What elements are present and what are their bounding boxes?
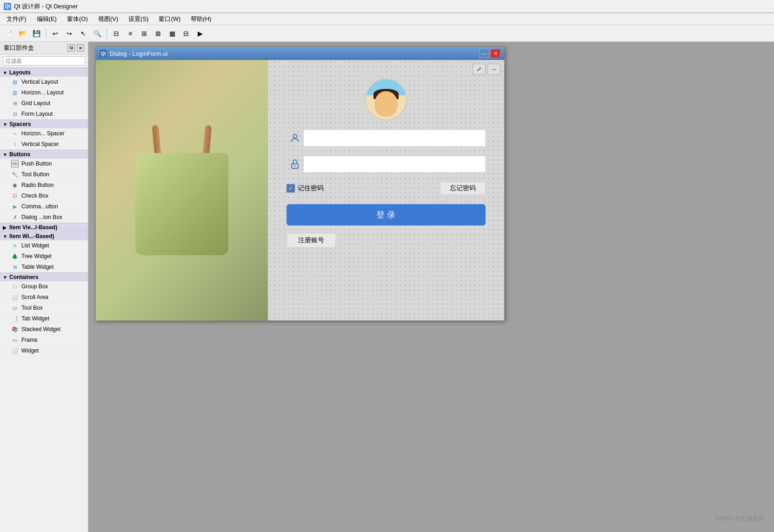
login-button[interactable]: 登 录 xyxy=(287,204,486,226)
widget-radio-button[interactable]: ◉ Radio Button xyxy=(0,180,88,191)
category-itemview-arrow: ▶ xyxy=(3,225,7,230)
widget-vertical-spacer[interactable]: ↕ Vertical Spacer xyxy=(0,139,88,150)
remember-checkbox[interactable] xyxy=(287,184,295,193)
toolbar-grid[interactable]: ⊟ xyxy=(180,27,193,40)
widget-group-box[interactable]: □ Group Box xyxy=(0,281,88,292)
menu-window[interactable]: 窗口(W) xyxy=(154,14,185,24)
widget-widget[interactable]: ⬜ Widget xyxy=(0,346,88,356)
password-field xyxy=(287,156,486,173)
vertical-spacer-icon: ↕ xyxy=(11,140,19,148)
form-layout-label: Form Layout xyxy=(21,111,53,117)
widget-table-widget[interactable]: ⊞ Table Widget xyxy=(0,262,88,273)
toolbar-align-right[interactable]: ⊞ xyxy=(138,27,151,40)
form-layout-icon: ⊟ xyxy=(11,110,19,118)
dialog-button-box-icon: ✗ xyxy=(11,213,19,221)
category-itemview[interactable]: ▶ Item Vie...l-Based) xyxy=(0,223,88,232)
tool-button-label: Tool Button xyxy=(21,171,49,178)
main-area: 窗口部件盒 ⧉ ✕ ▼ Layouts ▤ Vertical Layout ▥ … xyxy=(0,42,774,532)
corner-arrow-btn[interactable]: → xyxy=(487,64,500,75)
dialog-close-btn[interactable]: ✕ xyxy=(490,49,500,58)
widget-label: Widget xyxy=(21,347,39,354)
toolbar-undo[interactable]: ↩ xyxy=(49,27,62,40)
corner-resize-btn[interactable]: ⤢ xyxy=(473,64,486,75)
check-box-label: Check Box xyxy=(21,193,48,199)
toolbar-open[interactable]: 📂 xyxy=(16,27,29,40)
remember-label[interactable]: 记住密码 xyxy=(298,184,324,193)
category-buttons[interactable]: ▼ Buttons xyxy=(0,150,88,159)
lock-icon xyxy=(287,156,303,173)
widget-frame[interactable]: ▭ Frame xyxy=(0,335,88,346)
dialog-body: ⤢ → xyxy=(96,60,504,320)
menu-view[interactable]: 视图(V) xyxy=(93,14,123,24)
toolbar-new[interactable]: 📄 xyxy=(2,27,15,40)
menu-settings[interactable]: 设置(S) xyxy=(124,14,153,24)
category-itemwidget-label: Item Wi...-Based) xyxy=(9,233,54,239)
category-buttons-arrow: ▼ xyxy=(3,152,7,157)
app-icon: Qt xyxy=(4,3,11,10)
widget-box-controls: ⧉ ✕ xyxy=(67,44,84,52)
toolbar-preview[interactable]: ▶ xyxy=(194,27,207,40)
toolbar-redo[interactable]: ↪ xyxy=(63,27,76,40)
widget-vertical-layout[interactable]: ▤ Vertical Layout xyxy=(0,77,88,87)
category-itemwidget-arrow: ▼ xyxy=(3,234,7,239)
toolbar-align-left[interactable]: ⊟ xyxy=(110,27,123,40)
category-containers[interactable]: ▼ Containers xyxy=(0,273,88,281)
radio-button-label: Radio Button xyxy=(21,182,53,188)
widget-scroll-area[interactable]: ⬜ Scroll Area xyxy=(0,292,88,303)
toolbar-pointer[interactable]: ↖ xyxy=(77,27,90,40)
widget-push-button[interactable]: OK Push Button xyxy=(0,159,88,169)
toolbar-hspread[interactable]: ▦ xyxy=(166,27,179,40)
widget-horizontal-spacer[interactable]: ↔ Horizon... Spacer xyxy=(0,128,88,139)
widget-command-button[interactable]: ▶ Comma...utton xyxy=(0,201,88,212)
filter-input[interactable] xyxy=(3,56,85,66)
list-widget-label: List Widget xyxy=(21,242,49,249)
widget-box-header: 窗口部件盒 ⧉ ✕ xyxy=(0,42,88,54)
toolbar-save[interactable]: 💾 xyxy=(30,27,43,40)
widget-tool-box[interactable]: 🗂 Tool Box xyxy=(0,303,88,313)
category-itemwidget[interactable]: ▼ Item Wi...-Based) xyxy=(0,232,88,240)
vertical-spacer-label: Vertical Spacer xyxy=(21,141,59,147)
widget-stacked-widget[interactable]: 📚 Stacked Widget xyxy=(0,324,88,335)
username-input[interactable] xyxy=(303,130,486,146)
horizontal-spacer-label: Horizon... Spacer xyxy=(21,130,65,137)
widget-tree-widget[interactable]: 🌲 Tree Widget xyxy=(0,251,88,262)
widget-check-box[interactable]: ☑ Check Box xyxy=(0,191,88,201)
dialog-button-box-label: Dialog ...ton Box xyxy=(21,214,62,220)
dialog-minimize-btn[interactable]: — xyxy=(479,49,489,58)
menu-form[interactable]: 窗体(O) xyxy=(62,14,93,24)
toolbar-align-center[interactable]: ≡ xyxy=(124,27,137,40)
bag-body xyxy=(135,153,228,255)
widget-grid-layout[interactable]: ⊞ Grid Layout xyxy=(0,98,88,109)
dialog-qt-icon: Qt xyxy=(100,50,107,57)
menu-help[interactable]: 帮助(H) xyxy=(186,14,216,24)
vertical-layout-icon: ▤ xyxy=(11,78,19,86)
password-input[interactable] xyxy=(303,156,486,173)
frame-icon: ▭ xyxy=(11,336,19,344)
category-containers-arrow: ▼ xyxy=(3,275,7,280)
toolbar-zoom[interactable]: 🔍 xyxy=(91,27,104,40)
toolbar: 📄 📂 💾 ↩ ↪ ↖ 🔍 ⊟ ≡ ⊞ ⊠ ▦ ⊟ ▶ xyxy=(0,25,774,42)
dialog-title: Dialog - LoginForm.ui xyxy=(110,50,479,57)
menu-edit[interactable]: 编辑(E) xyxy=(32,14,61,24)
widget-box-float-btn[interactable]: ⧉ xyxy=(67,44,75,52)
widget-tab-widget[interactable]: 📑 Tab Widget xyxy=(0,313,88,324)
widget-dialog-button-box[interactable]: ✗ Dialog ...ton Box xyxy=(0,212,88,223)
app-title: Qt 设计师 - Qt Designer xyxy=(14,2,78,11)
menu-file[interactable]: 文件(F) xyxy=(2,14,31,24)
toolbar-vspread[interactable]: ⊠ xyxy=(152,27,165,40)
forget-password-btn[interactable]: 忘记密码 xyxy=(440,182,486,195)
widget-horizontal-layout[interactable]: ▥ Horizon... Layout xyxy=(0,87,88,98)
category-spacers[interactable]: ▼ Spacers xyxy=(0,120,88,128)
stacked-widget-icon: 📚 xyxy=(11,326,19,333)
category-layouts[interactable]: ▼ Layouts xyxy=(0,68,88,77)
register-button[interactable]: 注册账号 xyxy=(287,233,336,248)
table-widget-label: Table Widget xyxy=(21,264,53,270)
widget-tool-button[interactable]: 🔧 Tool Button xyxy=(0,169,88,180)
avatar xyxy=(365,79,407,120)
widget-list-widget[interactable]: ≡ List Widget xyxy=(0,240,88,251)
watermark-text: CSDN @思绪无限 xyxy=(715,515,765,522)
widget-box-close-btn[interactable]: ✕ xyxy=(77,44,84,52)
stacked-widget-label: Stacked Widget xyxy=(21,326,60,332)
toolbar-sep-2 xyxy=(107,28,107,39)
widget-form-layout[interactable]: ⊟ Form Layout xyxy=(0,109,88,120)
